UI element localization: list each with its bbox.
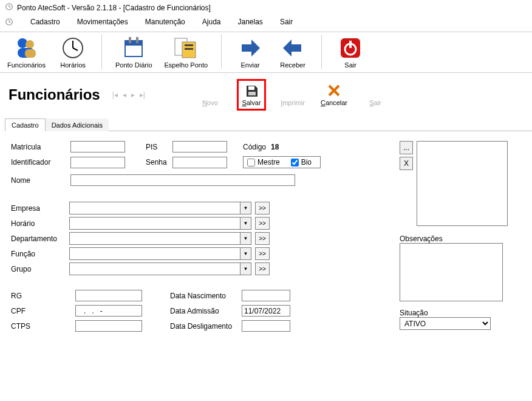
svg-rect-28 (248, 92, 256, 95)
chevron-down-icon: ▼ (240, 248, 251, 259)
go-grupo[interactable]: >> (255, 262, 270, 275)
nav-first-icon[interactable]: |◂ (112, 91, 118, 99)
action-salvar[interactable]: Salvar (237, 79, 266, 111)
tool-sair[interactable]: Sair (335, 36, 366, 69)
action-cancelar[interactable]: Cancelar (319, 83, 349, 106)
menu-janelas[interactable]: Janelas (238, 18, 263, 28)
checkbox-bio[interactable]: Bio (291, 158, 312, 166)
combo-departamento[interactable]: ▼ (69, 232, 251, 245)
tool-horarios[interactable]: Horários (58, 36, 88, 69)
combo-empresa[interactable]: ▼ (69, 202, 251, 214)
toolbar-separator (321, 35, 322, 69)
nav-prev-icon[interactable]: ◂ (123, 91, 126, 99)
menu-manutencao[interactable]: Manutenção (145, 18, 185, 28)
tab-cadastro[interactable]: Cadastro (5, 118, 46, 131)
tab-dados-adicionais[interactable]: Dados Adicionais (46, 118, 109, 131)
checkbox-mestre[interactable]: Mestre (247, 158, 280, 166)
input-data-nascimento[interactable] (242, 290, 290, 301)
svg-marker-21 (242, 39, 260, 57)
action-sair: Sair (361, 83, 390, 106)
input-nome[interactable] (70, 174, 295, 186)
svg-line-2 (9, 7, 10, 7)
input-pis[interactable] (172, 141, 227, 153)
go-funcao[interactable]: >> (255, 247, 270, 260)
action-novo: Novo (196, 83, 225, 106)
window-title: Ponto AtecSoft - Versão 2.1.18 - [Cadast… (17, 4, 211, 12)
select-situacao[interactable]: ATIVO (400, 317, 491, 330)
toolbar: Funcionários Horários Ponto Diário Espel… (0, 32, 532, 73)
menu-sair[interactable]: Sair (280, 18, 293, 28)
calendar-icon (120, 36, 147, 60)
label-cpf: CPF (11, 307, 35, 315)
label-horario: Horário (11, 219, 66, 228)
photo-clear-button[interactable]: X (400, 157, 413, 170)
go-horario[interactable]: >> (255, 217, 270, 230)
page-title: Funcionários (9, 86, 100, 103)
input-cpf[interactable] (75, 305, 142, 317)
arrow-left-icon (279, 36, 306, 60)
exit-icon (368, 83, 383, 98)
photo-browse-button[interactable]: ... (400, 141, 413, 154)
label-ctps: CTPS (11, 322, 35, 331)
photo-placeholder (417, 141, 508, 226)
form-tabs: Cadastro Dados Adicionais (5, 118, 532, 131)
input-data-desligamento[interactable] (242, 320, 290, 332)
chevron-down-icon: ▼ (240, 202, 251, 214)
chevron-down-icon: ▼ (240, 218, 251, 229)
arrow-right-icon (237, 36, 264, 60)
tool-ponto-diario[interactable]: Ponto Diário (115, 36, 152, 69)
label-empresa: Empresa (11, 204, 66, 213)
svg-rect-25 (349, 41, 352, 48)
go-empresa[interactable]: >> (255, 202, 270, 214)
tool-enviar[interactable]: Enviar (235, 36, 265, 69)
input-rg[interactable] (75, 290, 142, 301)
svg-rect-14 (125, 41, 142, 46)
svg-rect-19 (185, 44, 193, 46)
input-matricula[interactable] (70, 141, 125, 153)
menu-ajuda[interactable]: Ajuda (202, 18, 221, 28)
label-situacao: Situação (400, 309, 521, 317)
tool-receber[interactable]: Receber (278, 36, 308, 69)
go-departamento[interactable]: >> (255, 232, 270, 245)
toolbar-separator (221, 35, 222, 69)
svg-marker-22 (283, 39, 301, 57)
label-grupo: Grupo (11, 265, 66, 273)
label-nome: Nome (11, 176, 66, 185)
tool-funcionarios[interactable]: Funcionários (7, 36, 46, 69)
power-icon (337, 36, 364, 60)
svg-rect-27 (248, 86, 254, 90)
combo-funcao[interactable]: ▼ (69, 247, 251, 260)
record-nav-controls: |◂ ◂ ▸ ▸| (112, 91, 145, 99)
combo-grupo[interactable]: ▼ (69, 262, 251, 275)
input-senha[interactable] (172, 157, 227, 168)
input-data-admissao[interactable] (242, 305, 290, 317)
label-rg: RG (11, 292, 35, 300)
svg-point-7 (26, 40, 34, 49)
report-icon (172, 36, 199, 60)
toolbar-separator (101, 35, 102, 69)
tool-espelho-ponto[interactable]: Espelho Ponto (165, 36, 208, 69)
label-data-nascimento: Data Nascimento (170, 292, 237, 300)
titlebar: Ponto AtecSoft - Versão 2.1.18 - [Cadast… (0, 0, 532, 15)
textarea-observacoes[interactable] (400, 243, 503, 301)
label-funcao: Função (11, 250, 66, 258)
action-imprimir: Imprimir (278, 83, 307, 106)
combo-horario[interactable]: ▼ (69, 217, 251, 230)
label-data-admissao: Data Admissão (170, 307, 237, 315)
input-identificador[interactable] (70, 157, 125, 168)
nav-last-icon[interactable]: ▸| (140, 91, 145, 99)
label-pis: PIS (146, 143, 168, 151)
new-icon (203, 83, 217, 98)
chevron-down-icon: ▼ (240, 263, 251, 275)
label-observacoes: Observações (400, 235, 521, 243)
menu-movimentacoes[interactable]: Movimentações (77, 18, 128, 28)
input-ctps[interactable] (75, 320, 142, 332)
nav-next-icon[interactable]: ▸ (131, 91, 135, 99)
app-icon (5, 2, 13, 13)
menu-cadastro[interactable]: Cadastro (30, 18, 60, 28)
label-matricula: Matrícula (11, 143, 66, 151)
clock-icon (5, 18, 13, 28)
save-icon (244, 83, 259, 98)
clock-large-icon (60, 36, 86, 60)
label-identificador: Identificador (11, 158, 66, 166)
